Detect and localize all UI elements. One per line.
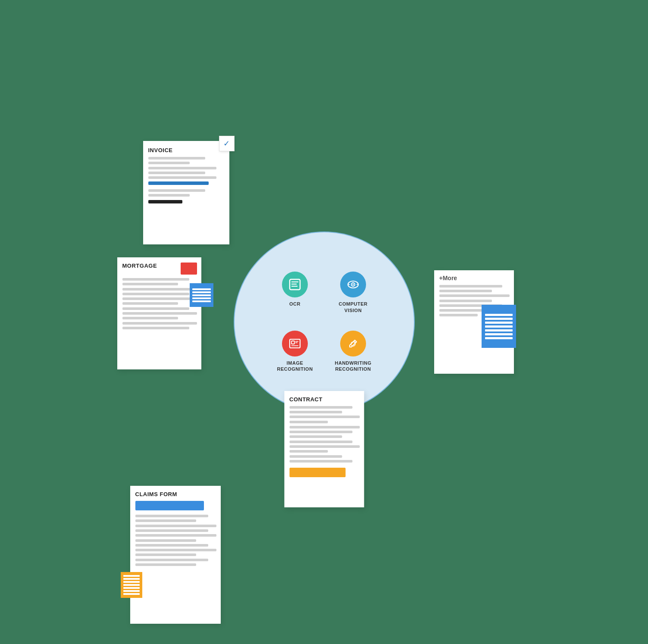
contract-line [289, 455, 342, 458]
image-recognition-icon-circle [282, 331, 308, 356]
diagram-container: OCR COMPUTER VISION [130, 128, 518, 516]
invoice-line [148, 167, 216, 169]
handwriting-recognition-label: HANDWRITING RECOGNITION [335, 360, 372, 372]
invoice-line [148, 176, 216, 179]
more-label: +More [439, 275, 510, 281]
image-recognition-icon-item: IMAGE RECOGNITION [277, 331, 313, 372]
image-recognition-icon [288, 337, 302, 350]
mortgage-lines-1 [122, 278, 197, 285]
mortgage-line [122, 283, 178, 285]
mortgage-line [122, 327, 190, 329]
invoice-line [148, 194, 190, 197]
claims-blue-bar [135, 501, 204, 510]
mortgage-title: MORTGAGE [122, 263, 157, 269]
claims-form-card: CLAIMS FORM [130, 486, 221, 624]
mortgage-line [122, 288, 197, 291]
ocr-label: OCR [289, 301, 301, 307]
mortgage-line [122, 322, 197, 325]
contract-card: CONTRACT [284, 391, 364, 507]
more-card: +More [434, 270, 514, 374]
claims-line [135, 549, 216, 551]
more-line [439, 294, 510, 297]
contract-line [289, 441, 353, 443]
mortgage-line [122, 312, 197, 315]
svg-rect-10 [291, 341, 294, 344]
claims-line [135, 539, 196, 542]
more-line [439, 285, 503, 288]
contract-line [289, 435, 342, 438]
claims-lines-3 [135, 539, 216, 556]
mortgage-line [122, 302, 178, 305]
computer-vision-icon [346, 278, 360, 291]
contract-lines-3 [289, 426, 360, 438]
more-line [439, 314, 478, 316]
invoice-title: INVOICE [148, 147, 224, 153]
ocr-icon [288, 278, 302, 291]
contract-line [289, 460, 353, 463]
mortgage-line [122, 307, 190, 310]
icons-grid: OCR COMPUTER VISION [268, 263, 380, 381]
mortgage-lines-3 [122, 307, 197, 319]
claims-lines-2 [135, 525, 216, 537]
mortgage-lines-4 [122, 322, 197, 329]
claims-line [135, 563, 196, 566]
mortgage-sticky-note [190, 283, 213, 307]
contract-line [289, 426, 360, 428]
contract-line [289, 416, 360, 418]
svg-point-6 [352, 284, 354, 285]
claims-line [135, 553, 196, 556]
invoice-lines-1 [148, 157, 224, 164]
claims-line [135, 515, 208, 517]
invoice-line [148, 157, 205, 159]
mortgage-line [122, 317, 178, 319]
image-recognition-label: IMAGE RECOGNITION [277, 360, 313, 372]
mortgage-line [122, 278, 190, 281]
contract-lines-2 [289, 421, 360, 423]
contract-line [289, 450, 328, 453]
more-line [439, 290, 492, 292]
contract-line [289, 421, 328, 423]
claims-yellow-note [121, 572, 142, 598]
invoice-lines-3 [148, 189, 224, 197]
computer-vision-label: COMPUTER VISION [338, 301, 367, 313]
invoice-line [148, 172, 205, 174]
more-line [439, 300, 492, 302]
claims-form-title: CLAIMS FORM [135, 491, 216, 497]
claims-line [135, 529, 208, 532]
center-circle: OCR COMPUTER VISION [234, 231, 415, 413]
contract-yellow-bar [289, 468, 345, 477]
invoice-blue-bar [148, 181, 209, 185]
contract-line [289, 411, 342, 413]
handwriting-recognition-icon-circle [340, 331, 366, 356]
computer-vision-icon-item: COMPUTER VISION [335, 272, 372, 313]
contract-line [289, 406, 353, 409]
computer-vision-icon-circle [340, 272, 366, 297]
claims-line [135, 534, 216, 537]
contract-title: CONTRACT [289, 396, 360, 403]
more-lines-1 [439, 285, 510, 297]
invoice-line [148, 162, 190, 164]
claims-line [135, 559, 208, 561]
contract-lines-4 [289, 441, 360, 453]
mortgage-red-block [181, 263, 197, 275]
claims-line [135, 525, 216, 527]
mortgage-card: MORTGAGE [117, 257, 201, 369]
handwriting-recognition-icon-item: HANDWRITING RECOGNITION [335, 331, 372, 372]
invoice-lines-2 [148, 167, 224, 179]
ocr-icon-item: OCR [277, 272, 313, 313]
contract-lines-1 [289, 406, 360, 418]
claims-line [135, 544, 208, 547]
ocr-icon-circle [282, 272, 308, 297]
contract-line [289, 445, 360, 448]
mortgage-line [122, 297, 197, 300]
contract-lines-5 [289, 455, 360, 463]
handwriting-recognition-icon [346, 337, 360, 350]
invoice-line [148, 189, 205, 192]
mortgage-line [122, 293, 190, 295]
claims-line [135, 519, 196, 522]
mortgage-lines-2 [122, 288, 197, 305]
claims-lines-1 [135, 515, 216, 522]
invoice-checkmark: ✓ [219, 136, 235, 151]
more-blue-note [482, 305, 516, 348]
invoice-card: ✓ INVOICE [143, 141, 229, 244]
